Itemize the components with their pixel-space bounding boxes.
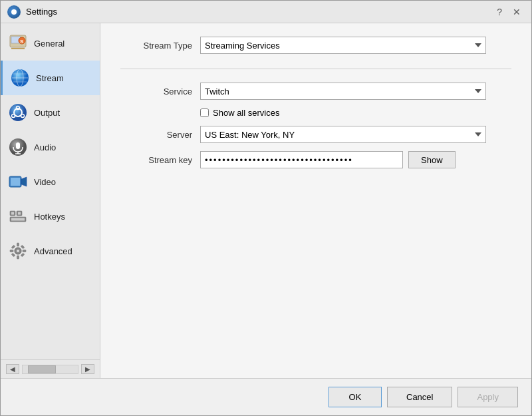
settings-window: Settings ? ✕ S General bbox=[0, 0, 532, 416]
help-button[interactable]: ? bbox=[493, 5, 506, 19]
svg-rect-33 bbox=[23, 250, 26, 252]
service-control: Twitch bbox=[200, 83, 486, 100]
window-controls: ? ✕ bbox=[493, 5, 525, 19]
stream-key-input[interactable] bbox=[200, 151, 403, 168]
sidebar-item-general[interactable]: S General bbox=[1, 26, 100, 61]
svg-marker-21 bbox=[21, 177, 27, 186]
ok-button[interactable]: OK bbox=[329, 387, 382, 407]
advanced-icon bbox=[7, 240, 29, 262]
scroll-track[interactable] bbox=[22, 365, 78, 374]
svg-rect-34 bbox=[11, 245, 15, 249]
sidebar-item-video[interactable]: Video bbox=[1, 164, 100, 199]
stream-key-label: Stream key bbox=[120, 155, 200, 165]
scroll-right-arrow[interactable]: ▶ bbox=[81, 364, 94, 374]
svg-rect-20 bbox=[11, 178, 20, 186]
svg-rect-26 bbox=[18, 212, 21, 215]
sidebar-item-output[interactable]: Output bbox=[1, 95, 100, 130]
service-select[interactable]: Twitch bbox=[200, 83, 486, 100]
title-bar: Settings ? ✕ bbox=[1, 1, 531, 23]
service-row: Service Twitch bbox=[120, 83, 511, 100]
hotkeys-icon bbox=[7, 206, 29, 227]
svg-rect-25 bbox=[11, 212, 14, 215]
footer-bar: OK Cancel Apply bbox=[1, 378, 531, 415]
svg-rect-16 bbox=[16, 142, 20, 149]
server-control: US East: New York, NY bbox=[200, 126, 486, 143]
audio-icon bbox=[7, 136, 29, 158]
sidebar-scrollbar[interactable]: ◀ ▶ bbox=[1, 359, 100, 378]
settings-main-panel: Stream Type Streaming Services Service T… bbox=[100, 23, 531, 378]
app-icon bbox=[7, 5, 21, 19]
stream-type-row: Stream Type Streaming Services bbox=[120, 37, 511, 54]
video-icon bbox=[7, 171, 29, 192]
sidebar-label-hotkeys: Hotkeys bbox=[34, 212, 65, 222]
svg-rect-36 bbox=[11, 253, 15, 257]
server-row: Server US East: New York, NY bbox=[120, 126, 511, 143]
sidebar-label-output: Output bbox=[34, 108, 60, 118]
stream-icon bbox=[9, 67, 31, 89]
svg-point-29 bbox=[17, 250, 19, 252]
server-select[interactable]: US East: New York, NY bbox=[200, 126, 486, 143]
divider-1 bbox=[120, 69, 511, 69]
close-button[interactable]: ✕ bbox=[509, 5, 525, 19]
sidebar-item-stream[interactable]: Stream bbox=[1, 61, 100, 95]
server-label: Server bbox=[120, 130, 200, 140]
svg-rect-35 bbox=[21, 245, 25, 249]
svg-rect-31 bbox=[17, 256, 19, 259]
show-all-services-label[interactable]: Show all services bbox=[213, 108, 279, 118]
sidebar-item-hotkeys[interactable]: Hotkeys bbox=[1, 199, 100, 234]
general-icon: S bbox=[7, 33, 29, 54]
stream-type-control: Streaming Services bbox=[200, 37, 486, 54]
sidebar: S General bbox=[1, 23, 100, 378]
service-label: Service bbox=[120, 87, 200, 97]
sidebar-label-audio: Audio bbox=[34, 142, 56, 152]
show-stream-key-button[interactable]: Show bbox=[408, 151, 456, 168]
svg-rect-37 bbox=[21, 253, 25, 257]
main-content: S General bbox=[1, 23, 531, 378]
svg-rect-27 bbox=[11, 218, 25, 221]
svg-rect-32 bbox=[10, 250, 13, 252]
svg-text:S: S bbox=[20, 39, 24, 45]
show-all-services-row: Show all services bbox=[200, 108, 511, 118]
output-icon bbox=[7, 102, 29, 123]
sidebar-item-audio[interactable]: Audio bbox=[1, 130, 100, 164]
svg-rect-30 bbox=[17, 243, 19, 246]
stream-type-select[interactable]: Streaming Services bbox=[200, 37, 486, 54]
sidebar-label-video: Video bbox=[34, 177, 56, 187]
window-title: Settings bbox=[26, 7, 493, 17]
cancel-button[interactable]: Cancel bbox=[387, 387, 452, 407]
sidebar-item-advanced[interactable]: Advanced bbox=[1, 234, 100, 268]
stream-type-label: Stream Type bbox=[120, 41, 200, 51]
stream-key-row: Stream key Show bbox=[120, 151, 511, 168]
scroll-thumb bbox=[28, 365, 56, 373]
scroll-left-arrow[interactable]: ◀ bbox=[6, 364, 19, 374]
sidebar-label-advanced: Advanced bbox=[34, 246, 72, 256]
apply-button[interactable]: Apply bbox=[458, 387, 518, 407]
sidebar-label-general: General bbox=[34, 39, 65, 49]
sidebar-label-stream: Stream bbox=[36, 73, 64, 83]
show-all-services-checkbox[interactable] bbox=[200, 108, 209, 117]
